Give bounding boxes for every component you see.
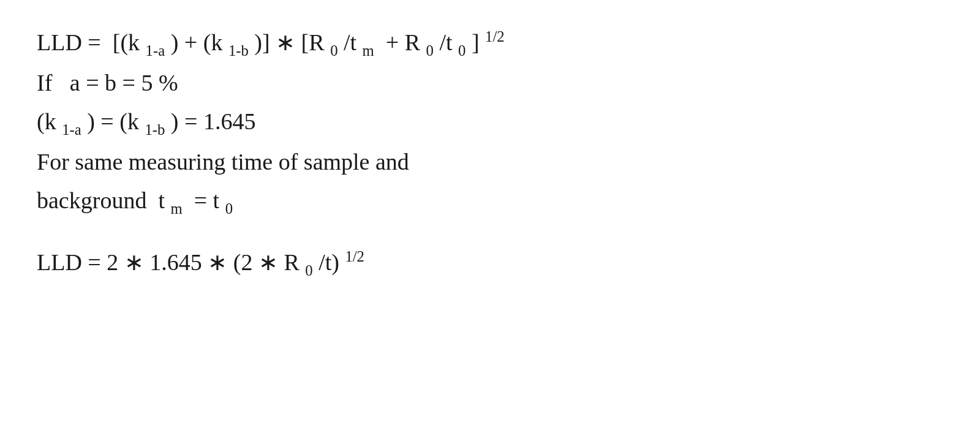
formula-line-2: If a = b = 5 % <box>37 65 505 101</box>
slash-t0: /t <box>439 29 452 55</box>
if-statement: If a = b = 5 % <box>37 70 178 96</box>
for-same: For same measuring time of sample and <box>37 149 409 175</box>
bracket-close: ] <box>472 29 480 55</box>
formula-line-6: LLD = 2 ∗ 1.645 ∗ (2 ∗ R 0 /t) 1/2 <box>37 244 505 282</box>
r0-sub3: 0 <box>305 262 312 279</box>
lld-label2: LLD = 2 ∗ 1.645 ∗ (2 ∗ R <box>37 249 300 275</box>
main-content: LLD = [(k 1-a ) + (k 1-b )] ∗ [R 0 /t m … <box>0 0 541 309</box>
equals-val: ) = 1.645 <box>171 108 256 134</box>
k1a-sub2: 1-a <box>62 121 81 137</box>
t0-sub2: 0 <box>225 200 233 216</box>
slash-t: /t) <box>318 249 339 275</box>
lld-label: LLD = <box>37 29 107 55</box>
formula-line-4: For same measuring time of sample and <box>37 144 505 180</box>
exponent-half: 1/2 <box>485 28 505 45</box>
bracket-open: [(k <box>113 29 140 55</box>
equals1: ) = (k <box>87 108 139 134</box>
equals-t0: = t <box>188 187 219 213</box>
k1b-sub2: 1-b <box>145 121 165 137</box>
tm-sub2: m <box>170 200 182 216</box>
r0-sub1: 0 <box>330 42 337 59</box>
formula-line-3: (k 1-a ) = (k 1-b ) = 1.645 <box>37 104 505 141</box>
t0-sub1: 0 <box>458 42 466 59</box>
k1a-sub: 1-a <box>146 42 165 59</box>
tm-sub: m <box>363 42 374 59</box>
k1a-close: ) + (k <box>171 29 223 55</box>
exponent-half2: 1/2 <box>345 249 364 265</box>
plus-r0: + R <box>380 29 420 55</box>
k1b-sub: 1-b <box>228 42 249 59</box>
background-label: background t <box>37 187 165 213</box>
slash-tm: /t <box>344 29 356 55</box>
k1a-paren: (k <box>37 108 56 134</box>
k1b-bracket: )] ∗ [R <box>254 29 324 55</box>
formula-line-1: LLD = [(k 1-a ) + (k 1-b )] ∗ [R 0 /t m … <box>37 25 505 62</box>
r0-sub2: 0 <box>426 42 434 59</box>
formula-line-5: background t m = t 0 <box>37 183 505 221</box>
